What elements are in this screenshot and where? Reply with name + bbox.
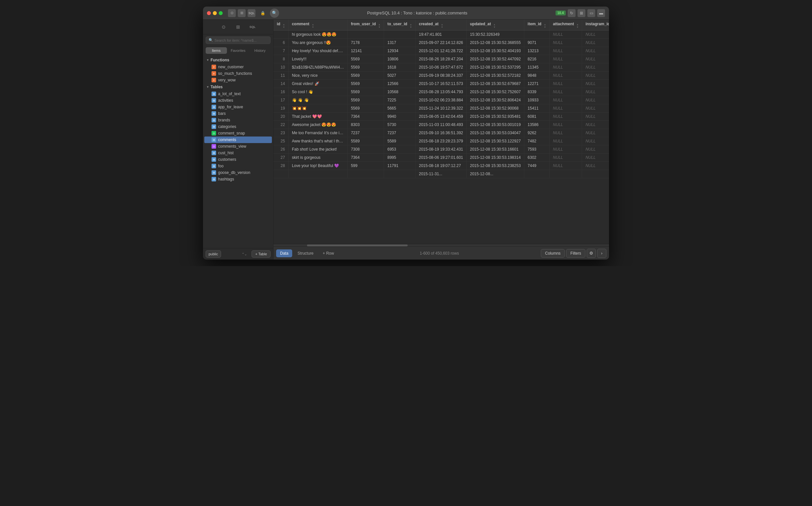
table-row[interactable]: 6You are gorgeous !!😍717813172015-09-07 …: [274, 39, 609, 47]
sidebar-item-brands[interactable]: ⊞ brands: [204, 117, 272, 123]
table-container[interactable]: id ▲▼ comment ▲▼ from_user_id ▲▼: [274, 20, 609, 244]
table-row[interactable]: 14Great video! 🚀5569125662015-10-17 16:5…: [274, 80, 609, 88]
cell-to_user_id: [384, 30, 415, 39]
sidebar-sql-icon[interactable]: SQL: [248, 22, 257, 31]
layout-split-button[interactable]: ▬: [597, 9, 605, 17]
search-placeholder: Search for item: ^name$...: [214, 38, 257, 42]
cell-comment: Awesome jacket 😍😍😍: [288, 121, 347, 129]
tab-history[interactable]: History: [249, 47, 271, 54]
cell-item_id: [524, 30, 549, 39]
table-row[interactable]: 11Nice, very nice556950272015-09-19 08:3…: [274, 72, 609, 80]
table-row[interactable]: 8Lovely!!!5569108062015-08-26 18:28:47.2…: [274, 55, 609, 63]
col-item_id[interactable]: item_id ▲▼: [524, 20, 549, 30]
sidebar-item-app_for_leave[interactable]: ⊞ app_for_leave: [204, 104, 272, 110]
search-bar[interactable]: 🔍 Search for item: ^name$...: [206, 36, 271, 44]
horizontal-scrollbar[interactable]: [274, 244, 609, 246]
cell-attachment: NULL: [550, 30, 582, 39]
chevron-right-button[interactable]: ›: [597, 249, 606, 258]
table-row[interactable]: 7Hey lovely! You should def. enter the C…: [274, 47, 609, 55]
cell-created_at: 2015-08-18 23:28:23.379: [415, 137, 467, 145]
col-instagram_id[interactable]: instagram_id ▲▼: [582, 20, 609, 30]
close-button[interactable]: [207, 11, 211, 15]
sidebar-item-comment_snap[interactable]: ⊙ comment_snap: [204, 130, 272, 137]
table-row[interactable]: 27skirt is gorgeous736489952015-08-06 19…: [274, 154, 609, 162]
sidebar-item-comments_view[interactable]: ⊙ comments_view: [204, 143, 272, 150]
col-comment[interactable]: comment ▲▼: [288, 20, 347, 30]
table-row[interactable]: 16So cool ! 👋5569105682015-08-28 13:05:4…: [274, 88, 609, 96]
item-label: so_much_functions: [218, 71, 252, 76]
table-row[interactable]: 28Love your top! Beautiful 💜599117912015…: [274, 162, 609, 170]
sidebar-item-cust_hist[interactable]: ⊞ cust_hist: [204, 150, 272, 156]
settings-button[interactable]: ⚙: [587, 249, 596, 258]
table-row[interactable]: 2015-11-31...2015-12-08...: [274, 170, 609, 178]
col-updated_at[interactable]: updated_at ▲▼: [467, 20, 524, 30]
cell-updated_at: 2015-12-08 15:30:53.122927: [467, 137, 524, 145]
col-to_user_id[interactable]: to_user_id ▲▼: [384, 20, 415, 30]
layout-single-button[interactable]: ▭: [587, 9, 595, 17]
tab-structure[interactable]: Structure: [294, 249, 317, 257]
sidebar-item-bars[interactable]: ⊞ bars: [204, 110, 272, 117]
table-icon: ⊞: [211, 118, 216, 122]
maximize-button[interactable]: [219, 11, 223, 15]
sidebar-item-very_wow[interactable]: f very_wow: [204, 77, 272, 83]
columns-button[interactable]: Columns: [541, 249, 565, 258]
tab-items[interactable]: Items: [206, 47, 227, 54]
table-row[interactable]: hi gorgeous look 😍😍😍19:47:41.80115:30:52…: [274, 30, 609, 39]
table-row[interactable]: 10$2a$10$HZLN88PNuWWi4ZuS91lb8dR98ljt0kb…: [274, 63, 609, 72]
sql-icon[interactable]: SQL: [247, 9, 256, 17]
tab-data[interactable]: Data: [276, 249, 292, 257]
cell-from_user_id: 7237: [347, 129, 384, 137]
cell-to_user_id: [384, 170, 415, 178]
scrollbar-thumb[interactable]: [307, 245, 408, 246]
row-count: 1-600 of 450,603 rows: [339, 251, 539, 256]
table-row[interactable]: 26Fab shot! Love the jacket!730869532015…: [274, 145, 609, 154]
tab-favorites[interactable]: Favorites: [228, 47, 249, 54]
table-row[interactable]: 20That jacket 💖💖736499402015-08-05 13:42…: [274, 112, 609, 121]
sidebar-item-so_much_functions[interactable]: f so_much_functions: [204, 70, 272, 77]
cell-instagram_id: NULL: [582, 30, 609, 39]
table-row[interactable]: 22Awesome jacket 😍😍😍830357302015-11-03 1…: [274, 121, 609, 129]
refresh-button[interactable]: ↻: [568, 9, 576, 17]
add-table-button[interactable]: + Table: [251, 250, 271, 258]
table-row[interactable]: 17👋 👋 👋556972252015-10-02 06:23:38.88420…: [274, 96, 609, 104]
cell-from_user_id: 599: [347, 162, 384, 170]
col-from_user_id[interactable]: from_user_id ▲▼: [347, 20, 384, 30]
database-icon[interactable]: ⊙: [228, 9, 236, 17]
search-button[interactable]: 🔍: [270, 8, 279, 18]
sidebar-item-hashtags[interactable]: ⊞ hashtags: [204, 176, 272, 182]
tables-section-header[interactable]: ▼ Tables: [203, 83, 273, 91]
table-row[interactable]: 23Me too Fernanda! It's cute isn't it 😊😅…: [274, 129, 609, 137]
sidebar-db-icon[interactable]: ⊙: [219, 22, 228, 31]
table-row[interactable]: 19💥💥💥556956652015-11-24 10:12:39.3222015…: [274, 104, 609, 112]
col-attachment[interactable]: attachment ▲▼: [550, 20, 582, 30]
cell-attachment: NULL: [550, 137, 582, 145]
sidebar-item-activities[interactable]: ⊞ activities: [204, 97, 272, 104]
col-id[interactable]: id ▲▼: [274, 20, 288, 30]
cell-attachment: NULL: [550, 39, 582, 47]
sidebar-item-customers[interactable]: ⊞ customers: [204, 156, 272, 163]
schema-select[interactable]: public: [206, 250, 221, 258]
sidebar-item-new_customer[interactable]: f new_customer: [204, 64, 272, 70]
sidebar-item-comments[interactable]: ⊞ comments: [204, 137, 272, 143]
functions-section-header[interactable]: ▼ Functions: [203, 57, 273, 64]
cell-item_id: [524, 170, 549, 178]
cell-instagram_id: NULL: [582, 80, 609, 88]
filters-button[interactable]: Filters: [566, 249, 585, 258]
cell-id: 22: [274, 121, 288, 129]
col-created_at[interactable]: created_at ▲▼: [415, 20, 467, 30]
sidebar-item-foo[interactable]: ⊞ foo: [204, 163, 272, 169]
sidebar-table-icon[interactable]: ⊞: [233, 22, 243, 31]
layout-grid-button[interactable]: ⊞: [578, 9, 585, 17]
cell-instagram_id: NULL: [582, 129, 609, 137]
tab-add-row[interactable]: + Row: [319, 249, 338, 257]
cell-instagram_id: [582, 170, 609, 178]
sidebar-item-goose_db_version[interactable]: ⊞ goose_db_version: [204, 169, 272, 176]
sidebar-item-categories[interactable]: ⊞ categories: [204, 123, 272, 130]
sidebar-item-a_lot_of_text[interactable]: ⊞ a_lot_of_text: [204, 91, 272, 97]
grid-icon[interactable]: ⊞: [238, 9, 245, 17]
cell-instagram_id: NULL: [582, 137, 609, 145]
table-row[interactable]: 25Aww thanks that's what I thought to lo…: [274, 137, 609, 145]
minimize-button[interactable]: [213, 11, 217, 15]
cell-from_user_id: 5569: [347, 96, 384, 104]
cell-attachment: NULL: [550, 104, 582, 112]
